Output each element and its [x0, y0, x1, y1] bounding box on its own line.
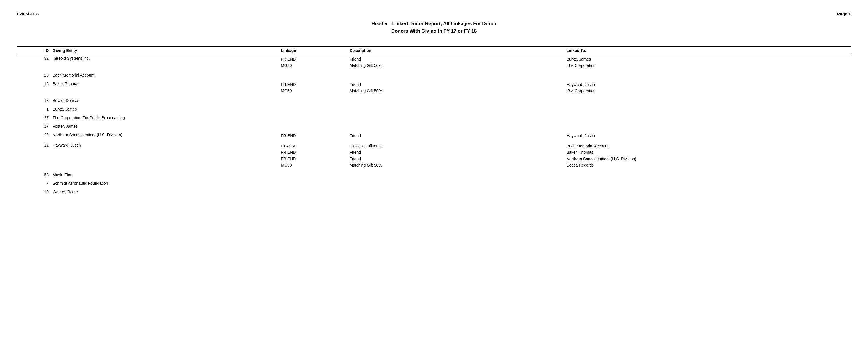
table-row: 15Baker, ThomasFRIENDMG50FriendMatching … [17, 81, 851, 95]
cell-giving-entity: The Corporation For Public Broadcasting [51, 115, 280, 121]
cell-linkage [280, 172, 348, 178]
spacer-row [17, 104, 851, 106]
cell-linkage [280, 72, 348, 78]
cell-linked-to [565, 123, 851, 129]
cell-giving-entity: Foster, James [51, 123, 280, 129]
cell-linked-to [565, 189, 851, 195]
col-header-giving: Giving Entity [51, 46, 280, 55]
spacer-row [17, 121, 851, 123]
cell-id: 1 [17, 106, 51, 112]
cell-giving-entity: Musk, Elon [51, 172, 280, 178]
cell-linkage [280, 189, 348, 195]
spacer-row [17, 186, 851, 189]
cell-giving-entity: Schmidt Aeronautic Foundation [51, 180, 280, 186]
table-row: 10Waters, Roger [17, 189, 851, 195]
col-header-description: Description [348, 46, 565, 55]
cell-id: 53 [17, 172, 51, 178]
cell-linked-to: Bach Memorial AccountBaker, ThomasNorthe… [565, 142, 851, 169]
report-page: 02/05/2018 Page 1 Header - Linked Donor … [0, 0, 868, 363]
cell-linked-to [565, 172, 851, 178]
cell-giving-entity: Bowie, Denise [51, 97, 280, 104]
cell-giving-entity: Burke, James [51, 106, 280, 112]
col-header-linked: Linked To: [565, 46, 851, 55]
cell-description [348, 189, 565, 195]
cell-giving-entity: Northern Songs Limited, (U.S. Division) [51, 132, 280, 140]
cell-id: 10 [17, 189, 51, 195]
cell-description [348, 123, 565, 129]
cell-description [348, 180, 565, 186]
spacer-row [17, 195, 851, 198]
table-row: 17Foster, James [17, 123, 851, 129]
report-table: ID Giving Entity Linkage Description Lin… [17, 46, 851, 198]
cell-linkage [280, 106, 348, 112]
cell-id: 28 [17, 72, 51, 78]
table-row: 32Intrepid Systems Inc.FRIENDMG50FriendM… [17, 55, 851, 70]
table-row: 1Burke, James [17, 106, 851, 112]
cell-giving-entity: Waters, Roger [51, 189, 280, 195]
spacer-row [17, 178, 851, 180]
cell-linked-to [565, 115, 851, 121]
spacer-row [17, 129, 851, 132]
table-body: 32Intrepid Systems Inc.FRIENDMG50FriendM… [17, 55, 851, 198]
page-number: Page 1 [837, 11, 851, 16]
cell-linked-to [565, 97, 851, 104]
cell-description [348, 72, 565, 78]
cell-linked-to [565, 180, 851, 186]
cell-linked-to [565, 72, 851, 78]
cell-linkage [280, 123, 348, 129]
cell-id: 12 [17, 142, 51, 169]
cell-description: Classical InfluenceFriendFriendMatching … [348, 142, 565, 169]
cell-description [348, 106, 565, 112]
spacer-row [17, 112, 851, 115]
cell-linkage: FRIENDMG50 [280, 55, 348, 70]
cell-id: 18 [17, 97, 51, 104]
cell-id: 17 [17, 123, 51, 129]
cell-linked-to: Burke, JamesIBM Corporation [565, 55, 851, 70]
table-row: 12Hayward, JustinCLASSIFRIENDFRIENDMG50C… [17, 142, 851, 169]
cell-id: 27 [17, 115, 51, 121]
spacer-row [17, 169, 851, 172]
cell-description [348, 97, 565, 104]
cell-linkage [280, 180, 348, 186]
cell-linked-to: Hayward, Justin [565, 132, 851, 140]
cell-description [348, 115, 565, 121]
table-row: 18Bowie, Denise [17, 97, 851, 104]
cell-description: FriendMatching Gift 50% [348, 81, 565, 95]
cell-id: 7 [17, 180, 51, 186]
cell-linked-to [565, 106, 851, 112]
cell-giving-entity: Bach Memorial Account [51, 72, 280, 78]
cell-linkage [280, 115, 348, 121]
cell-linked-to: Hayward, JustinIBM Corporation [565, 81, 851, 95]
cell-linkage: CLASSIFRIENDFRIENDMG50 [280, 142, 348, 169]
table-header-row: ID Giving Entity Linkage Description Lin… [17, 46, 851, 55]
spacer-row [17, 70, 851, 72]
col-header-id: ID [17, 46, 51, 55]
report-date: 02/05/2018 [17, 11, 38, 16]
cell-linkage [280, 97, 348, 104]
cell-id: 15 [17, 81, 51, 95]
table-row: 28Bach Memorial Account [17, 72, 851, 78]
cell-giving-entity: Intrepid Systems Inc. [51, 55, 280, 70]
spacer-row [17, 95, 851, 97]
cell-linkage: FRIENDMG50 [280, 81, 348, 95]
cell-giving-entity: Hayward, Justin [51, 142, 280, 169]
cell-description: Friend [348, 132, 565, 140]
cell-linkage: FRIEND [280, 132, 348, 140]
cell-description [348, 172, 565, 178]
table-row: 29Northern Songs Limited, (U.S. Division… [17, 132, 851, 140]
spacer-row [17, 140, 851, 142]
cell-description: FriendMatching Gift 50% [348, 55, 565, 70]
table-row: 27The Corporation For Public Broadcastin… [17, 115, 851, 121]
cell-id: 32 [17, 55, 51, 70]
col-header-linkage: Linkage [280, 46, 348, 55]
title-line1: Header - Linked Donor Report, All Linkag… [17, 20, 851, 27]
table-row: 53Musk, Elon [17, 172, 851, 178]
spacer-row [17, 78, 851, 81]
title-line2: Donors With Giving In FY 17 or FY 18 [17, 27, 851, 35]
cell-giving-entity: Baker, Thomas [51, 81, 280, 95]
report-title: Header - Linked Donor Report, All Linkag… [17, 11, 851, 35]
table-row: 7Schmidt Aeronautic Foundation [17, 180, 851, 186]
cell-id: 29 [17, 132, 51, 140]
